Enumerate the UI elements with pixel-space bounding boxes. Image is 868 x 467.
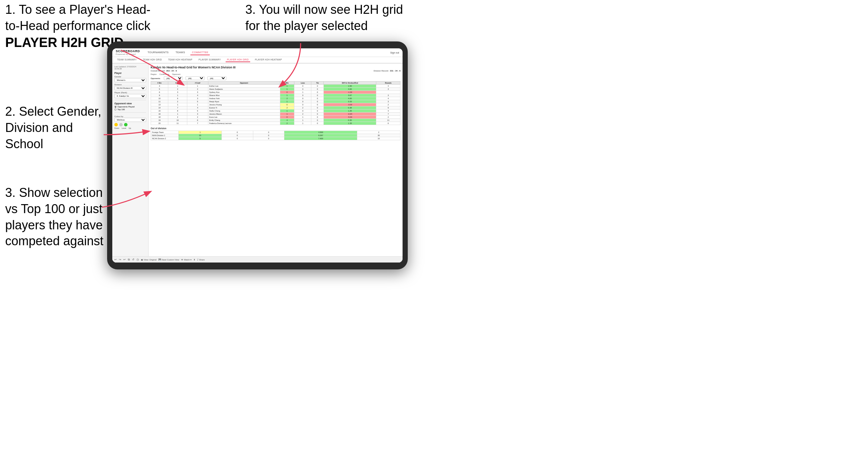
save-custom-view-btn[interactable]: 💾 Save Custom View — [159, 258, 179, 261]
subnav-team-h2h-grid[interactable]: TEAM H2H GRID — [142, 58, 163, 62]
gender-label: Gender — [114, 76, 146, 78]
radio-dot-1 — [114, 106, 116, 108]
view-original-btn[interactable]: ▣ View: Original — [141, 258, 157, 261]
out-table-body: Foreign Team 1 0 0 4.500 2 NAIA Division… — [151, 131, 400, 140]
player-rank-label: Player (Rank) — [114, 92, 146, 94]
watch-icon: 👁 — [181, 259, 183, 261]
col-conf: # Conf — [187, 82, 208, 85]
share-btn[interactable]: ⤴ Share — [197, 259, 205, 261]
opponents-filter-label: Opponents: — [151, 77, 160, 79]
main-table-body: 3 1 1 Esther Lee 1 0 0 1.50 4 5 2 2 Alex… — [151, 85, 400, 125]
col-diff: Diff Av Strokes/Rnd — [324, 82, 376, 85]
table-row: 15 8 5 Stella Cheng 1 0 0 1.25 4 — [151, 109, 400, 113]
export-btn[interactable]: ⬆ — [194, 258, 195, 261]
table-header-row: # Div # Reg # Conf Opponent Win Loss Tie… — [151, 82, 400, 85]
sign-out-button[interactable]: Sign out — [390, 51, 399, 54]
subnav-player-h2h-grid[interactable]: PLAYER H2H GRID — [226, 58, 250, 62]
save-icon: 💾 — [159, 258, 161, 261]
copy-icon[interactable]: ⧉ — [128, 258, 130, 261]
undo2-icon[interactable]: ↩ — [123, 258, 126, 261]
col-div: # Div — [151, 82, 168, 85]
refresh-icon[interactable]: ↺ — [132, 258, 134, 261]
col-loss: Loss — [294, 82, 311, 85]
timestamp: Last Updated: 27/03/2024 16:55:38 — [114, 66, 146, 70]
view-icon: ▣ — [141, 258, 143, 261]
table-row: 5 2 2 Alexis Sudjianto 1 0 0 4.00 3 — [151, 88, 400, 91]
share-icon: ⤴ — [197, 259, 198, 261]
radio-dot-2 — [114, 108, 116, 111]
table-row: 6 3 3 Sydney Kuo 0 1 0 -1.00 — [151, 91, 400, 94]
export-icon: ⬆ — [194, 258, 195, 261]
bottom-toolbar: ↩ ↪ ↩ ⧉ ↺ ◷ ▣ View: Original 💾 Save Cust… — [112, 256, 403, 263]
player-rank-select[interactable]: 8. Katelyn Vo — [114, 94, 146, 98]
nav-tournaments[interactable]: TOURNAMENTS — [146, 50, 170, 55]
undo-icon[interactable]: ↩ — [114, 258, 117, 261]
tablet-frame: SCOREBOARD Powered by clippd TOURNAMENTS… — [107, 41, 408, 269]
sub-navbar: TEAM SUMMARY TEAM H2H GRID TEAM H2H HEAT… — [112, 57, 403, 64]
table-row: 9 1 4 Sharon Mun 1 0 0 3.67 3 — [151, 94, 400, 97]
opponent-view-title: Opponent view — [114, 102, 146, 105]
radio-opponents-played[interactable]: Opponents Played — [114, 106, 146, 108]
step3-right-text: 3. You will now see H2H grid for the pla… — [245, 2, 403, 34]
subnav-player-summary[interactable]: PLAYER SUMMARY — [197, 58, 222, 62]
opponent-filter-select[interactable]: (All) — [207, 76, 226, 80]
table-row: 10 6 3 Andrea York 2 0 0 4.00 4 — [151, 97, 400, 100]
col-win: Win — [280, 82, 294, 85]
out-division-row: Foreign Team 1 0 0 4.500 2 — [151, 131, 400, 134]
h2h-data-table: # Div # Reg # Conf Opponent Win Loss Tie… — [151, 81, 400, 125]
division-select[interactable]: NCAA Division III — [114, 86, 146, 90]
colour-by-section: Colour by Win/loss Down Level Up — [114, 115, 146, 129]
step2-text: 2. Select Gender, Division and School — [5, 104, 101, 152]
conference-filter-select[interactable]: (All) — [186, 76, 205, 80]
filter-row: Region Conference Opponent — [151, 73, 400, 75]
instruction-2: 2. Select Gender, Division and School — [5, 104, 101, 152]
colour-up — [124, 123, 128, 126]
left-panel: Last Updated: 27/03/2024 16:55:38 Player… — [112, 64, 149, 263]
player-section-title: Player — [114, 72, 146, 74]
region-filter-group: Region — [151, 73, 157, 75]
main-content: Last Updated: 27/03/2024 16:55:38 Player… — [112, 64, 403, 263]
filter-selects-row: Opponents: (All) (All) (All) — [151, 76, 400, 80]
overall-record-label: Overall Record: — [151, 70, 165, 72]
app-logo: SCOREBOARD Powered by clippd — [116, 50, 140, 55]
instruction-3-left: 3. Show selection vs Top 100 or just pla… — [5, 185, 103, 249]
opponent-filter-group: Opponent — [172, 73, 180, 75]
out-division-row: NCAA Division 2 5 0 0 7.400 10 — [151, 137, 400, 140]
subnav-player-h2h-heatmap[interactable]: PLAYER H2H HEATMAP — [254, 58, 283, 62]
out-division-table: Foreign Team 1 0 0 4.500 2 NAIA Division… — [151, 131, 400, 140]
subnav-team-summary[interactable]: TEAM SUMMARY — [116, 58, 138, 62]
colour-level — [119, 123, 123, 126]
nav-teams[interactable]: TEAMS — [174, 50, 186, 55]
opponent-view-section: Opponent view Opponents Played Top 100 — [114, 102, 146, 111]
table-row: 20 11 7 Federica Domecq Lacroze 2 1 0 1.… — [151, 122, 400, 125]
gender-select[interactable]: Women's — [114, 78, 146, 82]
nav-items: TOURNAMENTS TEAMS COMMITTEE — [146, 50, 387, 55]
colour-circles — [114, 123, 146, 126]
table-row: 18 2 2 Euna Lee 0 1 0 -5.00 2 — [151, 116, 400, 119]
col-rounds: Rounds — [376, 82, 400, 85]
colour-down — [114, 123, 118, 126]
right-panel: Katelyn Vo Head-to-Head Grid for Women's… — [149, 64, 403, 263]
watch-btn[interactable]: 👁 Watch ▾ — [181, 258, 191, 261]
region-label: Region — [151, 73, 157, 75]
table-row: 16 1 3 Jessica Mason 1 2 0 -0.94 7 — [151, 113, 400, 116]
chevron-down-icon: ▾ — [190, 258, 191, 261]
overall-record-value: 353 - 34 - 6 — [166, 70, 177, 72]
col-tie: Tie — [311, 82, 324, 85]
clock-icon[interactable]: ◷ — [136, 258, 139, 261]
nav-committee[interactable]: COMMITTEE — [190, 50, 210, 55]
col-opponent: Opponent — [208, 82, 280, 85]
redo-icon[interactable]: ↪ — [119, 258, 121, 261]
opponent-radio-group: Opponents Played Top 100 — [114, 106, 146, 111]
conference-filter-group: Conference — [159, 73, 169, 75]
conference-label: Conference — [159, 73, 169, 75]
grid-records: Overall Record: 353 - 34 - 6 Division Re… — [151, 70, 400, 72]
tablet-screen: SCOREBOARD Powered by clippd TOURNAMENTS… — [112, 48, 403, 263]
subnav-team-h2h-heatmap[interactable]: TEAM H2H HEATMAP — [167, 58, 194, 62]
app-navbar: SCOREBOARD Powered by clippd TOURNAMENTS… — [112, 48, 403, 57]
col-reg: # Reg — [168, 82, 187, 85]
colour-by-select[interactable]: Win/loss — [114, 118, 146, 122]
radio-top-100[interactable]: Top 100 — [114, 108, 146, 111]
division-record-label: Division Record: — [374, 70, 389, 72]
opponents-filter-select[interactable]: (All) — [164, 76, 183, 80]
